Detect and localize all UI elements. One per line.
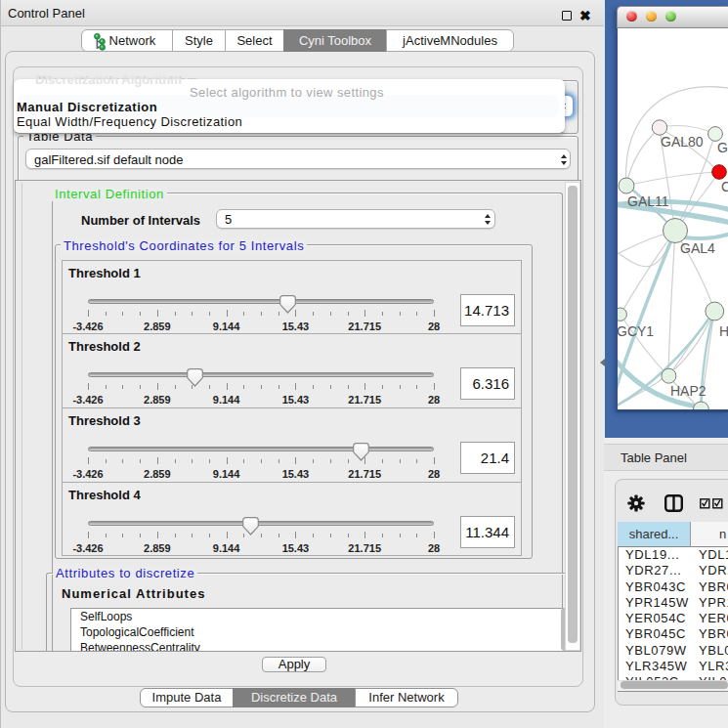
svg-text:HAP2: HAP2 [670,383,707,399]
svg-text:GAL4: GAL4 [680,240,715,256]
svg-text:GAL11: GAL11 [627,193,669,209]
svg-text:GCY1: GCY1 [618,323,654,339]
svg-text:H: H [719,323,728,339]
svg-text:G.: G. [717,140,728,155]
svg-text:GAL80: GAL80 [661,134,704,150]
svg-text:C: C [721,179,728,194]
